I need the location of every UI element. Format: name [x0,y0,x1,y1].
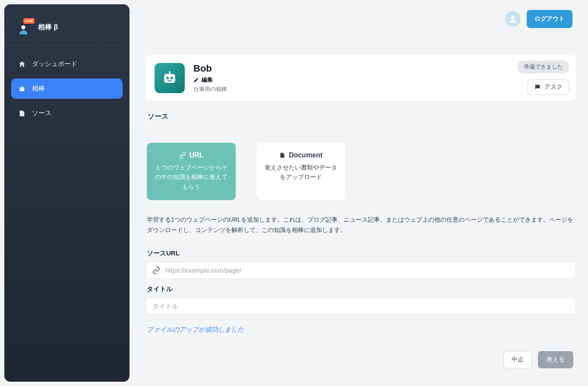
sidebar-item-dashboard[interactable]: ダッシュボード [11,54,123,74]
topbar: ログアウト [146,9,576,29]
chat-icon [534,84,541,91]
robot-icon [18,85,26,93]
bot-name: Bob [193,63,227,74]
svg-point-5 [511,16,515,19]
live-badge: LIVE [23,18,35,24]
status-badge: 準備できました [518,60,569,73]
svg-point-7 [166,77,169,79]
link-icon [179,152,186,159]
document-icon [279,152,285,159]
source-option-url[interactable]: URL １つのウェブページからその中の知識を相棒に覚えてもらう [147,143,236,200]
sources-section-title: ソース [148,112,574,121]
source-option-document-title: Document [289,151,322,159]
svg-rect-6 [164,74,175,83]
sidebar-item-source[interactable]: ソース [11,103,123,123]
title-field-label: タイトル [147,285,575,293]
bot-card: Bob 編集 仕事用の相棒 準備できました アスク [146,55,576,101]
user-icon [508,14,518,24]
home-icon [18,60,26,68]
cancel-button[interactable]: 中止 [503,351,532,368]
sidebar-nav: ダッシュボード 相棒 ソース [4,54,130,123]
sidebar-item-aibou[interactable]: 相棒 [11,78,123,99]
bot-description: 仕事用の相棒 [193,85,227,93]
bot-info: Bob 編集 仕事用の相棒 [193,63,227,93]
avatar[interactable] [505,11,521,27]
ask-button[interactable]: アスク [528,79,569,95]
edit-icon [193,77,199,83]
bot-edit-link[interactable]: 編集 [193,76,227,84]
source-option-document[interactable]: Document 覚えさせたい書類やデータをアップロード [256,143,345,200]
svg-point-3 [22,88,23,89]
source-url-label: ソースURL [147,249,575,257]
svg-rect-10 [169,71,170,74]
source-option-url-title: URL [190,151,204,159]
robot-face-icon [161,70,178,86]
upload-success-message: ファイルのアップが成功しました [147,326,575,334]
svg-point-8 [171,77,173,79]
main-content: ログアウト Bob 編集 仕事用の相棒 準備できました アスク ソース [134,0,588,386]
source-option-url-desc: １つのウェブページからその中の知識を相棒に覚えてもらう [153,163,230,191]
source-url-input-wrap [146,262,576,279]
person-icon [17,23,29,35]
svg-point-2 [21,88,22,89]
teach-button[interactable]: 教える [538,351,573,368]
link-icon [152,267,160,274]
svg-point-0 [21,25,25,29]
bot-edit-label: 編集 [202,76,213,84]
sidebar-header: LIVE 相棒 β [4,13,130,45]
svg-rect-1 [20,87,25,91]
source-option-document-desc: 覚えさせたい書類やデータをアップロード [262,163,339,182]
svg-rect-9 [168,81,172,82]
footer-actions: 中止 教える [146,351,576,368]
app-logo: LIVE [16,19,32,35]
title-input-wrap [146,298,576,314]
title-input[interactable] [152,302,569,310]
ask-button-label: アスク [544,83,563,91]
help-text: 学習する1つのウェブページのURLを追加します。これは、ブログ記事、ニュース記事… [147,215,575,235]
sidebar-item-label: ソース [32,109,51,117]
file-icon [18,110,26,117]
bot-avatar [155,63,185,93]
brand-title: 相棒 β [38,23,58,32]
sidebar-item-label: ダッシュボード [32,60,77,68]
source-url-input[interactable] [165,267,569,274]
svg-rect-4 [22,86,22,87]
sidebar-item-label: 相棒 [32,85,45,93]
source-options: URL １つのウェブページからその中の知識を相棒に覚えてもらう Document… [146,143,576,200]
logout-button[interactable]: ログアウト [527,10,572,28]
sidebar: LIVE 相棒 β ダッシュボード 相棒 ソース [4,4,130,382]
